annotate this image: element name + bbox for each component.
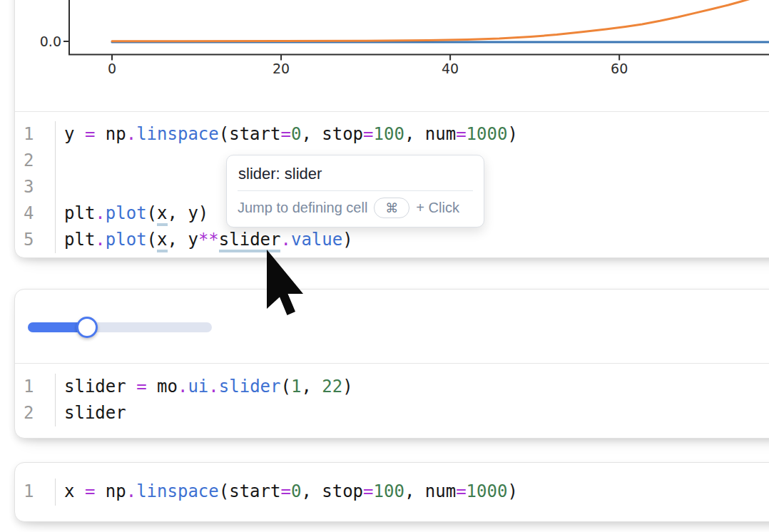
- code-token: 1: [291, 377, 301, 397]
- line-number: 4: [24, 200, 55, 227]
- code-editor-slider[interactable]: 12 slider = mo.ui.slider(1, 22)slider: [15, 364, 769, 438]
- line-number: 2: [24, 400, 55, 426]
- code-token: **: [198, 230, 219, 250]
- code-token: , stop: [301, 124, 363, 144]
- line-number: 1: [24, 121, 55, 148]
- code-token: =: [280, 481, 290, 501]
- code-token: .: [95, 230, 105, 250]
- code-token: x: [64, 481, 85, 501]
- code-token: (: [147, 230, 157, 250]
- command-key-badge: ⌘: [374, 198, 409, 218]
- code-token: , y): [168, 203, 209, 223]
- line-number-gutter: 12: [15, 374, 56, 426]
- code-token: =: [85, 124, 95, 144]
- code-token: ): [342, 377, 352, 397]
- line-number-gutter: 1: [15, 479, 56, 506]
- line-number: 3: [24, 174, 55, 200]
- cell-x: 1 x = np.linspace(start=0, stop=100, num…: [14, 462, 769, 522]
- marimo-notebook-page: { "app": {"name": "marimo notebook"}, "c…: [0, 0, 769, 532]
- code-token: , num: [404, 481, 456, 501]
- code-token: linspace: [136, 124, 219, 144]
- code-token: mo: [147, 377, 178, 397]
- code-token: slider: [64, 403, 126, 423]
- code-token: .: [280, 230, 290, 250]
- tooltip-action-row: Jump to defining cell ⌘ + Click: [227, 191, 484, 227]
- code-token: (: [147, 203, 157, 223]
- code-token: value: [291, 230, 342, 250]
- code-token: np: [95, 481, 126, 501]
- code-content: slider = mo.ui.slider(1, 22)slider: [56, 374, 353, 426]
- code-token: 100: [374, 124, 404, 144]
- code-token: ,: [301, 377, 322, 397]
- code-token: =: [85, 481, 95, 501]
- code-token: .: [178, 377, 188, 397]
- code-token: =: [456, 481, 466, 501]
- series-line-orange: [112, 0, 768, 41]
- line-number: 1: [24, 479, 55, 505]
- variable-tooltip: slider: slider Jump to defining cell ⌘ +…: [226, 155, 484, 227]
- code-token: (start: [219, 481, 281, 501]
- tooltip-title: slider: slider: [227, 155, 484, 190]
- code-token: , y: [168, 230, 198, 250]
- code-token: 0: [291, 124, 301, 144]
- variable-reference-link[interactable]: x: [157, 203, 167, 226]
- code-token: slider: [219, 377, 281, 397]
- code-token: ): [507, 481, 517, 501]
- code-token: ): [342, 230, 352, 250]
- code-token: ): [507, 124, 517, 144]
- code-token: .: [126, 481, 136, 501]
- tooltip-action-label: Jump to defining cell: [238, 200, 367, 216]
- x-tick-label: 60: [611, 61, 628, 76]
- line-number: 1: [24, 374, 55, 400]
- command-key-icon: ⌘: [385, 200, 398, 216]
- code-content: x = np.linspace(start=0, stop=100, num=1…: [56, 479, 518, 506]
- code-token: (: [280, 377, 290, 397]
- tooltip-shortcut-suffix: + Click: [416, 200, 459, 216]
- code-line[interactable]: slider = mo.ui.slider(1, 22): [64, 374, 353, 400]
- code-token: =: [280, 124, 290, 144]
- slider-handle[interactable]: [76, 317, 98, 338]
- code-token: y: [64, 124, 85, 144]
- matplotlib-plot-output: 0.00204060: [0, 0, 769, 112]
- code-token: (start: [219, 124, 281, 144]
- code-token: ui: [188, 377, 208, 397]
- code-token: plot: [106, 203, 147, 223]
- code-token: , num: [404, 124, 456, 144]
- code-line[interactable]: y = np.linspace(start=0, stop=100, num=1…: [64, 121, 518, 148]
- code-token: 100: [374, 481, 404, 501]
- code-token: linspace: [136, 481, 219, 501]
- code-token: plt: [64, 230, 95, 250]
- x-tick-label: 0: [108, 61, 116, 76]
- x-tick-label: 40: [442, 61, 459, 76]
- code-token: slider: [64, 377, 136, 397]
- code-line[interactable]: x = np.linspace(start=0, stop=100, num=1…: [64, 479, 518, 505]
- code-token: =: [136, 377, 146, 397]
- slider-track[interactable]: [28, 322, 212, 332]
- code-editor-x[interactable]: 1 x = np.linspace(start=0, stop=100, num…: [15, 463, 769, 521]
- mouse-cursor-icon: [266, 250, 306, 317]
- code-token: 0: [291, 481, 301, 501]
- slider-output-area: [15, 290, 769, 363]
- code-token: np: [95, 124, 126, 144]
- code-token: plot: [106, 230, 147, 250]
- code-token: 1000: [467, 481, 508, 501]
- code-token: , stop: [301, 481, 363, 501]
- code-token: 22: [322, 377, 342, 397]
- code-token: plt: [64, 203, 95, 223]
- y-tick-label: 0.0: [40, 34, 61, 49]
- code-token: .: [208, 377, 218, 397]
- code-token: .: [95, 203, 105, 223]
- code-token: .: [126, 124, 136, 144]
- code-token: =: [456, 124, 466, 144]
- line-number-gutter: 12345: [15, 121, 56, 253]
- code-token: =: [363, 124, 373, 144]
- line-number: 2: [24, 148, 55, 174]
- variable-reference-link[interactable]: x: [157, 230, 167, 252]
- cell-slider: 12 slider = mo.ui.slider(1, 22)slider: [14, 289, 769, 439]
- code-token: 1000: [467, 124, 508, 144]
- line-number: 5: [24, 227, 55, 253]
- code-line[interactable]: slider: [64, 400, 353, 426]
- x-tick-label: 20: [273, 61, 290, 76]
- code-token: =: [363, 481, 373, 501]
